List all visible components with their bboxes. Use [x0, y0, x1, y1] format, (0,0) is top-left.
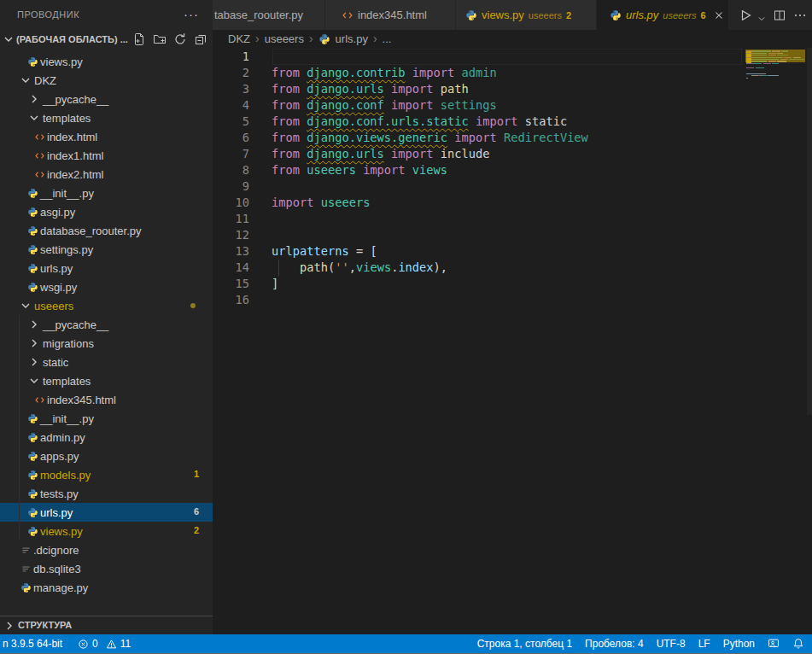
tab-index345-html[interactable]: index345.html: [325, 0, 455, 30]
tree-item-admin-py[interactable]: admin.py: [0, 428, 213, 447]
tab-tabase-roouter-py[interactable]: tabase_roouter.py: [213, 0, 324, 30]
tree-indent-guide: [19, 315, 20, 540]
workspace-section-header[interactable]: (РАБОЧАЯ ОБЛАСТЬ) ...: [0, 30, 213, 49]
collapse-all-icon[interactable]: [194, 32, 207, 46]
run-icon[interactable]: [739, 9, 752, 22]
tree-item-db-sqlite3[interactable]: db.sqlite3: [0, 559, 213, 578]
code-token: import: [391, 98, 433, 112]
file-tree: views.pyDKZ__pycache__templatesindex.htm…: [0, 52, 213, 597]
code-token: [469, 114, 476, 128]
tree-item-index2-html[interactable]: index2.html: [0, 165, 213, 184]
status-error[interactable]: 0: [78, 638, 98, 650]
minimap-line: [776, 75, 779, 76]
code-token: [454, 66, 461, 79]
tree-item--init-py[interactable]: __init__.py: [0, 409, 213, 428]
code-text: from django.contrib import admin: [272, 65, 497, 81]
tree-item-templates[interactable]: templates: [0, 371, 213, 390]
code-text: urlpatterns = [: [272, 243, 377, 260]
code-token: include: [441, 147, 490, 161]
new-folder-icon[interactable]: [153, 32, 166, 46]
breadcrumb-item[interactable]: DKZ: [228, 32, 250, 45]
tree-item-label: urls.py: [40, 262, 73, 275]
tree-item-urls-py[interactable]: urls.py: [0, 259, 213, 277]
new-file-icon[interactable]: [132, 32, 146, 46]
status-item[interactable]: Python: [723, 638, 755, 650]
tree-item-useeers[interactable]: useeers: [0, 296, 213, 315]
line-number: 1: [213, 49, 249, 65]
minimap-line: [746, 78, 748, 79]
status-item[interactable]: LF: [698, 638, 710, 650]
breadcrumb[interactable]: DKZ›useeers›urls.py›...: [213, 30, 812, 48]
tab-urls-py[interactable]: urls.pyuseeers6: [597, 0, 728, 30]
tree-item--dcignore[interactable]: .dcignore: [0, 540, 213, 559]
status-bell[interactable]: [792, 638, 804, 650]
tree-item-label: db.sqlite3: [33, 563, 81, 575]
status-text: Пробелов: 4: [585, 638, 644, 650]
tree-item-apps-py[interactable]: apps.py: [0, 447, 213, 465]
status-item[interactable]: Строка 1, столбец 1: [477, 638, 572, 650]
close-icon[interactable]: [713, 9, 725, 21]
problems-count-badge: 2: [194, 525, 199, 535]
line-number: 12: [213, 227, 249, 243]
tree-item-manage-py[interactable]: manage.py: [0, 578, 213, 597]
tree-item-settings-py[interactable]: settings.py: [0, 240, 213, 259]
tree-item-templates[interactable]: templates: [0, 108, 213, 127]
tree-item-index1-html[interactable]: index1.html: [0, 146, 213, 165]
scrollbar[interactable]: [807, 48, 812, 415]
code-token: [497, 131, 504, 144]
status-feedback[interactable]: [768, 638, 780, 650]
tab-views-py[interactable]: views.pyuseeers2: [456, 0, 596, 30]
explorer-header: ПРОВОДНИК ···: [0, 0, 213, 30]
tree-item-views-py[interactable]: views.py2: [0, 522, 213, 540]
code-editor[interactable]: 12from django.contrib import admin3from …: [213, 48, 812, 634]
tree-item-migrations[interactable]: migrations: [0, 334, 213, 353]
tab-problems-badge: 6: [700, 10, 705, 20]
python-icon: [26, 242, 39, 256]
code-token: ),: [434, 260, 447, 274]
tree-item-views-py[interactable]: views.py: [0, 52, 213, 71]
chevron-down-icon: [2, 32, 15, 46]
tree-item-tests-py[interactable]: tests.py: [0, 484, 213, 503]
status-warning[interactable]: 11: [106, 638, 131, 650]
code-token: django.conf: [307, 98, 384, 112]
tree-item-static[interactable]: static: [0, 353, 213, 371]
tree-item--init-py[interactable]: __init__.py: [0, 184, 213, 202]
breadcrumb-item[interactable]: urls.py: [336, 32, 368, 45]
status-text: Python: [723, 638, 755, 650]
tree-item-label: database_roouter.py: [40, 225, 142, 237]
explorer-more-actions-icon[interactable]: ···: [184, 7, 199, 21]
status-text: Строка 1, столбец 1: [477, 638, 572, 650]
python-icon: [26, 430, 39, 444]
structure-section-header[interactable]: СТРУКТУРА: [0, 616, 213, 634]
status-python-version[interactable]: n 3.9.5 64-bit: [3, 638, 62, 650]
tree-item-dkz[interactable]: DKZ: [0, 71, 213, 90]
tree-item--pycache-[interactable]: __pycache__: [0, 315, 213, 334]
breadcrumb-item[interactable]: useeers: [265, 32, 304, 45]
split-editor-icon[interactable]: [773, 9, 786, 22]
breadcrumb-item[interactable]: ...: [383, 32, 392, 45]
python-icon: [26, 524, 39, 538]
tree-item-index345-html[interactable]: index345.html: [0, 390, 213, 409]
refresh-icon[interactable]: [173, 32, 187, 46]
code-token: [406, 163, 412, 177]
code-text: from django.conf.urls.static import stat…: [272, 114, 567, 130]
tab-label: urls.py: [626, 9, 658, 21]
line-number: 6: [213, 130, 249, 146]
code-token: (: [328, 260, 335, 274]
tree-item-database-roouter-py[interactable]: database_roouter.py: [0, 221, 213, 240]
minimap[interactable]: [743, 48, 807, 634]
run-dropdown-icon[interactable]: [757, 11, 766, 20]
tree-item-asgi-py[interactable]: asgi.py: [0, 202, 213, 221]
tree-item-index-html[interactable]: index.html: [0, 127, 213, 146]
tree-item-urls-py[interactable]: urls.py6: [0, 503, 213, 522]
status-item[interactable]: Пробелов: 4: [585, 638, 644, 650]
python-icon: [26, 468, 39, 482]
code-text: path('',views.index),: [272, 260, 447, 276]
tree-item-wsgi-py[interactable]: wsgi.py: [0, 277, 213, 296]
status-item[interactable]: UTF-8: [657, 638, 686, 650]
more-actions-icon[interactable]: [793, 9, 807, 22]
status-bar: n 3.9.5 64-bit011 Строка 1, столбец 1Про…: [0, 634, 812, 653]
tree-item--pycache-[interactable]: __pycache__: [0, 90, 213, 108]
tree-item-label: asgi.py: [40, 206, 75, 219]
tree-item-models-py[interactable]: models.py1: [0, 465, 213, 484]
